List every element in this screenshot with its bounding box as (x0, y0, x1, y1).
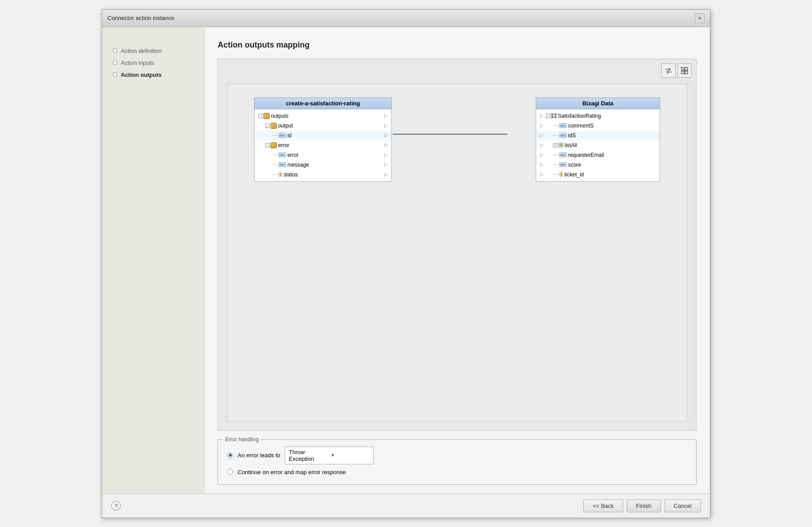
svg-rect-5 (681, 71, 684, 74)
type-icon: abc (559, 123, 567, 128)
tree-row[interactable]: ▷ abc idS (536, 131, 660, 140)
right-box-header: Bizagi Data (536, 98, 660, 109)
tree-row[interactable]: ▷ − SatisfactionRating (536, 111, 660, 121)
svg-rect-2 (681, 68, 684, 70)
dashed-line (553, 174, 558, 175)
type-icon: 1 (279, 172, 282, 177)
left-arrow: ▷ (540, 142, 543, 148)
row-label: error (287, 152, 299, 158)
left-arrow: ▷ (540, 152, 543, 158)
sidebar-item-action-outputs[interactable]: Action outputs (111, 69, 195, 81)
row-label: requesterEmail (568, 152, 604, 158)
title-bar: Connector action instance × (102, 10, 710, 27)
error-handling-section: Error handling An error leads to Throw E… (218, 439, 697, 485)
auto-map-button[interactable] (661, 64, 676, 78)
svg-rect-4 (685, 68, 688, 70)
dashed-line (553, 125, 558, 126)
type-icon: abc (279, 152, 286, 157)
page-title: Action outputs mapping (218, 40, 697, 50)
expand-icon (681, 67, 689, 75)
expand-button[interactable] (677, 64, 692, 78)
help-button[interactable]: ? (111, 501, 121, 511)
expand-icon[interactable]: − (258, 114, 263, 118)
tree-row[interactable]: ▷ abc commentS (536, 121, 660, 131)
type-icon: 1 (559, 172, 563, 177)
finish-button[interactable]: Finish (627, 499, 661, 512)
tree-row[interactable]: ▷ abc score (536, 160, 660, 170)
type-icon: abc (279, 162, 286, 167)
right-arrow: ▷ (384, 113, 388, 119)
auto-map-icon (665, 67, 673, 75)
right-arrow: ▷ (384, 142, 388, 148)
content-area: Action definition Action inputs Action o… (102, 27, 710, 494)
button-group: << Back Finish Cancel (583, 499, 701, 512)
expand-icon[interactable]: − (546, 114, 550, 118)
connector-icon (263, 113, 270, 119)
radio-button-1[interactable] (227, 452, 233, 459)
dashed-line (553, 164, 558, 165)
mapping-inner: create-a-satisfaction-rating − outputs ▷ (227, 84, 687, 421)
left-arrow: ▷ (540, 132, 543, 138)
back-button[interactable]: << Back (583, 499, 623, 512)
type-icon: abc (559, 152, 567, 157)
cancel-button[interactable]: Cancel (665, 499, 701, 512)
row-label: idS (568, 132, 576, 139)
sidebar-label-action-inputs: Action inputs (121, 60, 154, 66)
right-tree-box: Bizagi Data ▷ − SatisfactionRating (536, 97, 660, 182)
expand-icon[interactable]: − (265, 143, 270, 148)
grid-icon (551, 113, 557, 119)
row-label: status (283, 172, 298, 178)
right-arrow: ▷ (384, 172, 388, 177)
left-arrow: ▷ (540, 172, 543, 177)
sidebar: Action definition Action inputs Action o… (102, 27, 204, 494)
close-button[interactable]: × (695, 13, 705, 23)
tree-row[interactable]: abc id ▷ (255, 131, 391, 140)
error-row-1: An error leads to Throw Exception ▼ (227, 447, 687, 464)
radio-button-2[interactable] (227, 469, 233, 475)
radio-label-1: An error leads to (238, 452, 280, 459)
type-icon: ⚙ (558, 143, 563, 148)
sidebar-label-action-definition: Action definition (121, 48, 162, 54)
row-label: ticket_id (564, 172, 584, 178)
tree-row[interactable]: abc error ▷ (255, 150, 391, 160)
right-box-body: ▷ − SatisfactionRating ▷ (536, 109, 660, 181)
dialog: Connector action instance × Action defin… (102, 9, 710, 518)
svg-rect-3 (685, 71, 688, 74)
mapping-canvas: create-a-satisfaction-rating − outputs ▷ (227, 84, 687, 421)
row-label: score (568, 162, 581, 168)
expand-icon[interactable]: + (553, 143, 557, 148)
left-box-body: − outputs ▷ − output (255, 109, 391, 181)
dashed-line (553, 155, 558, 155)
right-arrow: ▷ (384, 132, 388, 138)
type-icon: abc (559, 162, 567, 167)
tree-row[interactable]: ▷ + ⚙ listAll (536, 140, 660, 150)
dashed-line (272, 135, 278, 136)
dropdown-arrow-icon: ▼ (330, 453, 370, 458)
row-label: id (287, 132, 291, 139)
tree-row[interactable]: − outputs ▷ (255, 111, 391, 121)
dropdown-value: Throw Exception (289, 449, 328, 462)
row-label: listAll (565, 142, 577, 148)
expand-icon[interactable]: − (265, 124, 270, 128)
tree-row[interactable]: − error ▷ (255, 140, 391, 150)
tree-row[interactable]: − output ▷ (255, 121, 391, 131)
bottom-bar: ? << Back Finish Cancel (102, 494, 710, 518)
dashed-line (553, 135, 558, 136)
sidebar-item-action-inputs[interactable]: Action inputs (111, 57, 195, 69)
error-row-2: Continue on error and map error response (227, 469, 687, 475)
row-label: SatisfactionRating (558, 113, 601, 119)
tree-row[interactable]: ▷ abc requesterEmail (536, 150, 660, 160)
right-box-title: Bizagi Data (582, 100, 613, 107)
tree-row[interactable]: 1 status ▷ (255, 170, 391, 180)
type-icon: abc (559, 133, 567, 138)
sidebar-bullet (113, 48, 117, 53)
mapping-area: create-a-satisfaction-rating − outputs ▷ (218, 59, 697, 431)
tree-row[interactable]: abc message ▷ (255, 160, 391, 170)
tree-row[interactable]: ▷ 1 ticket_id (536, 170, 660, 180)
sidebar-bullet (113, 60, 117, 65)
dashed-line (272, 174, 278, 175)
connector-icon (271, 142, 277, 148)
sidebar-bullet (113, 72, 117, 77)
sidebar-item-action-definition[interactable]: Action definition (111, 45, 195, 57)
throw-exception-dropdown[interactable]: Throw Exception ▼ (285, 447, 374, 464)
